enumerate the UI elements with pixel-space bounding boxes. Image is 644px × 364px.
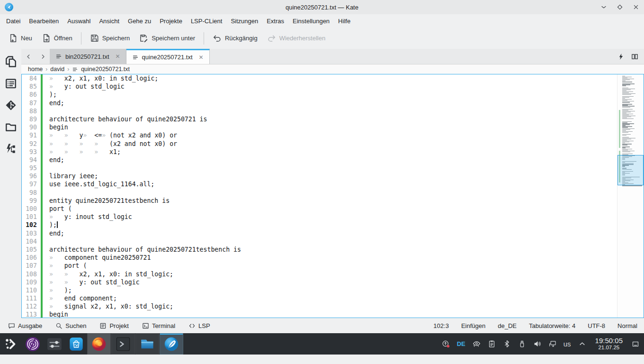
minimize-icon[interactable] — [600, 4, 607, 10]
app-launcher-icon[interactable] — [0, 333, 22, 355]
editor-line[interactable]: 88 — [22, 107, 617, 115]
breadcrumb-segment-home[interactable]: home — [28, 66, 43, 73]
symbols-icon[interactable] — [5, 143, 17, 155]
menu-item-einstellungen[interactable]: Einstellungen — [288, 16, 334, 27]
menu-item-datei[interactable]: Datei — [2, 16, 25, 27]
menu-item-bearbeiten[interactable]: Bearbeiten — [25, 16, 63, 27]
menu-item-lsp-client[interactable]: LSP-CLient — [187, 16, 226, 27]
editor-line[interactable]: 101» y: inout std_logic — [22, 213, 617, 221]
bluetooth-icon[interactable] — [503, 340, 511, 348]
menu-item-ansicht[interactable]: Ansicht — [95, 16, 124, 27]
editor-line[interactable]: 99entity quine20250721testbench is — [22, 197, 617, 205]
menu-item-gehe-zu[interactable]: Gehe zu — [124, 16, 155, 27]
clock[interactable]: 19:50:05 21.07.25 — [595, 337, 623, 351]
volume-icon[interactable] — [533, 340, 541, 348]
editor-line[interactable]: 106» component quine20250721 — [22, 254, 617, 262]
toolview-suchen-button[interactable]: Suchen — [51, 320, 90, 331]
editor-line[interactable]: 109» » y: out std_logic — [22, 278, 617, 286]
menu-item-sitzungen[interactable]: Sitzungen — [226, 16, 262, 27]
öffnen-button[interactable]: Öffnen — [37, 31, 77, 46]
editor-line[interactable]: 84» x2, x1, x0: in std_logic; — [22, 74, 617, 82]
quick-open-icon[interactable] — [617, 53, 625, 60]
editor-line[interactable]: 102); — [22, 221, 617, 229]
editor-line[interactable]: 87end; — [22, 99, 617, 107]
menu-item-projekte[interactable]: Projekte — [155, 16, 187, 27]
discover-icon[interactable] — [65, 333, 87, 355]
eye-icon[interactable] — [473, 340, 481, 348]
tab-close-icon[interactable]: ✕ — [199, 54, 204, 61]
editor-line[interactable]: 100port ( — [22, 205, 617, 213]
folder-icon[interactable] — [5, 121, 17, 133]
editor-line[interactable]: 92» » » » (x2 and not x0) or — [22, 140, 617, 148]
split-view-icon[interactable] — [631, 53, 638, 60]
tor-browser-icon[interactable] — [22, 333, 44, 355]
show-desktop-icon[interactable] — [632, 340, 639, 348]
editor-line[interactable]: 85» y: out std_logic — [22, 82, 617, 91]
kate-task[interactable] — [160, 333, 183, 355]
editor-line[interactable]: 93» » » » x1; — [22, 148, 617, 156]
breadcrumb-file[interactable]: quine20250721.txt — [81, 66, 130, 73]
editor-line[interactable]: 113begin — [22, 310, 617, 318]
layout-badge[interactable]: DE — [457, 340, 465, 347]
editor-line[interactable]: 105architecture behaviour of quine202507… — [22, 246, 617, 254]
input-mode[interactable]: Einfügen — [461, 322, 485, 329]
tab-close-icon[interactable]: ✕ — [116, 53, 120, 60]
breadcrumb-segment-david[interactable]: david — [50, 66, 64, 73]
speichern-unter-button[interactable]: Speichern unter — [134, 31, 200, 46]
neu-button[interactable]: Neu — [4, 31, 37, 46]
usb-device-icon[interactable] — [518, 340, 526, 348]
toolview-terminal-button[interactable]: Terminal — [138, 320, 179, 331]
minimap-scrollbar[interactable] — [617, 74, 644, 318]
documents-icon[interactable] — [5, 55, 17, 68]
maximize-icon[interactable] — [617, 4, 623, 10]
editor-view[interactable]: 84» x2, x1, x0: in std_logic;85» y: out … — [21, 74, 644, 318]
system-settings-icon[interactable] — [44, 333, 65, 355]
menu-item-hilfe[interactable]: Hilfe — [334, 16, 355, 27]
firefox-task[interactable] — [87, 333, 111, 355]
edit-mode[interactable]: Normal — [617, 322, 637, 329]
speichern-button[interactable]: Speichern — [85, 31, 135, 46]
editor-line[interactable]: 86); — [22, 91, 617, 99]
dictionary[interactable]: de_DE — [498, 322, 517, 329]
editor-line[interactable]: 89architecture behaviour of quine2025072… — [22, 115, 617, 123]
tab-bin20250721-txt[interactable]: bin20250721.txt✕ — [50, 49, 126, 64]
tab-scroll-left-icon[interactable] — [21, 49, 36, 64]
menu-item-auswahl[interactable]: Auswahl — [63, 16, 95, 27]
editor-line[interactable]: 91» » y» <=» (not x2 and x0) or — [22, 131, 617, 139]
chevron-up-icon[interactable] — [578, 340, 586, 348]
editor-line[interactable]: 95 — [22, 164, 617, 172]
network-icon[interactable] — [548, 340, 556, 348]
editor-line[interactable]: 108» » x2, x1, x0: in std_logic; — [22, 270, 617, 278]
editor-line[interactable]: 94end; — [22, 156, 617, 164]
editor-line[interactable]: 110» ); — [22, 286, 617, 294]
editor-line[interactable]: 104 — [22, 237, 617, 246]
clipboard-icon[interactable] — [488, 340, 496, 348]
encoding[interactable]: UTF-8 — [588, 322, 605, 329]
editor-line[interactable]: 111» end component; — [22, 294, 617, 302]
konsole-task[interactable] — [111, 333, 135, 355]
toolview-ausgabe-button[interactable]: Ausgabe — [4, 320, 46, 331]
editor-line[interactable]: 97use ieee.std_logic_1164.all; — [22, 180, 617, 188]
editor-line[interactable]: 98 — [22, 189, 617, 197]
editor-line[interactable]: 103end; — [22, 229, 617, 237]
toolview-projekt-button[interactable]: Projekt — [95, 320, 133, 331]
tab-quine20250721-txt[interactable]: quine20250721.txt✕ — [126, 49, 210, 64]
rückgängig-button[interactable]: Rückgängig — [208, 31, 262, 46]
tab-width[interactable]: Tabulatorweite: 4 — [529, 322, 575, 329]
editor-line[interactable]: 107» port ( — [22, 262, 617, 270]
file-list-icon[interactable] — [5, 77, 17, 90]
menu-item-extras[interactable]: Extras — [262, 16, 288, 27]
line-number: 99 — [22, 197, 41, 205]
dolphin-task[interactable] — [135, 333, 159, 355]
git-icon[interactable] — [5, 99, 17, 111]
minimap-viewport[interactable] — [617, 155, 644, 185]
cursor-position[interactable]: 102:3 — [433, 322, 449, 329]
keyboard-layout[interactable]: us — [564, 340, 571, 348]
toolview-lsp-button[interactable]: LSP — [184, 320, 215, 331]
editor-line[interactable]: 90begin — [22, 123, 617, 131]
updates-icon[interactable] — [442, 340, 450, 348]
editor-line[interactable]: 112» signal x2, x1, x0: std_logic; — [22, 302, 617, 310]
editor-line[interactable]: 96library ieee; — [22, 172, 617, 180]
close-icon[interactable] — [633, 4, 639, 10]
tab-scroll-right-icon[interactable] — [36, 49, 50, 64]
